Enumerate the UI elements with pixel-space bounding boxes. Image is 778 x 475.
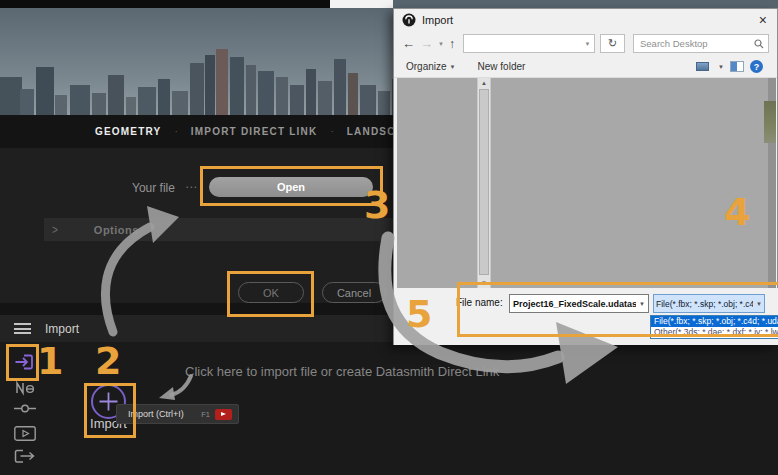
file-type-value: File(*.fbx; *.skp; *.obj; *.c4d; *.u: [656, 299, 753, 309]
dialog-title: Import: [422, 14, 453, 26]
tab-import-direct-link[interactable]: IMPORT DIRECT LINK: [191, 126, 318, 137]
organize-caret-icon: ▼: [450, 64, 456, 70]
options-expander[interactable]: > Options: [44, 218, 394, 241]
hamburger-menu-icon[interactable]: [14, 323, 31, 334]
scroll-up-icon[interactable]: ▲: [478, 80, 490, 86]
dialog-nav-row: ← → ▼ ↑ ▼ ↻: [394, 31, 777, 56]
close-icon[interactable]: ×: [759, 13, 767, 27]
your-file-dots: ⋯: [185, 180, 198, 194]
file-type-option[interactable]: Other(*.3ds; *.dae; *.dxf; *.iv; *.lw; *…: [651, 327, 778, 338]
screenshot-root: GEOMETRY · IMPORT DIRECT LINK · LANDSCAP…: [0, 0, 778, 475]
chevron-right-icon: >: [52, 222, 58, 236]
view-caret-icon[interactable]: ▼: [718, 64, 724, 70]
address-bar[interactable]: ▼: [463, 34, 595, 53]
dock-panel-title: Import: [45, 322, 79, 336]
organize-button[interactable]: Organize: [406, 61, 447, 72]
sidebar-import-icon[interactable]: [12, 349, 38, 375]
search-input[interactable]: [638, 37, 754, 50]
change-view-icon[interactable]: [696, 62, 709, 71]
dialog-toolbar: Organize ▼ New folder ▼ ?: [394, 56, 777, 78]
history-caret-icon[interactable]: ▼: [438, 41, 444, 47]
back-icon[interactable]: ←: [402, 37, 415, 50]
search-box[interactable]: [633, 34, 769, 53]
file-type-option[interactable]: File(*.fbx; *.skp; *.obj; *.c4d; *.udata…: [651, 316, 778, 327]
dialog-titlebar[interactable]: Import ×: [394, 9, 777, 31]
video-help-icon[interactable]: [215, 409, 232, 420]
up-icon[interactable]: ↑: [449, 38, 455, 50]
top-chrome-strip: [0, 0, 330, 8]
file-type-dropdown: File(*.fbx; *.skp; *.obj; *.c4d; *.udata…: [650, 315, 778, 339]
help-icon[interactable]: ?: [750, 60, 763, 73]
twinmotion-logo-icon: [402, 13, 416, 27]
address-caret-icon[interactable]: ▼: [584, 41, 590, 47]
sidebar-path-icon[interactable]: [15, 378, 36, 396]
scrollbar-thumb[interactable]: [479, 89, 489, 275]
combo-caret-icon[interactable]: ▼: [756, 301, 762, 307]
file-type-combobox[interactable]: File(*.fbx; *.skp; *.obj; *.c4d; *.u ▼: [653, 294, 765, 313]
combo-caret-icon[interactable]: ▼: [639, 301, 645, 307]
import-tooltip: Import (Ctrl+I) F1: [116, 404, 239, 424]
sidebar-slider-icon[interactable]: [14, 403, 36, 414]
tooltip-f1-key: F1: [201, 410, 210, 419]
options-label: Options: [94, 224, 139, 236]
cancel-button[interactable]: Cancel: [322, 282, 386, 303]
file-name-value: Project16_FixedScale.udatasmith: [513, 299, 636, 309]
ok-button[interactable]: OK: [238, 282, 304, 303]
top-white-box: [330, 0, 393, 8]
preview-pane-icon[interactable]: [730, 61, 744, 72]
file-name-combobox[interactable]: Project16_FixedScale.udatasmith ▼: [509, 294, 649, 313]
tab-geometry[interactable]: GEOMETRY: [95, 126, 161, 137]
windows-import-dialog: Import × ← → ▼ ↑ ▼ ↻ Organize ▼ New fold…: [393, 8, 778, 345]
file-list-area[interactable]: [397, 78, 776, 288]
refresh-button[interactable]: ↻: [600, 34, 625, 53]
sidebar-media-icon[interactable]: [14, 426, 36, 441]
file-name-label: File name:: [456, 297, 503, 308]
empty-state-hint[interactable]: Click here to import file or create Data…: [185, 364, 499, 379]
sidebar-export-icon[interactable]: [14, 449, 36, 464]
vertical-scrollbar[interactable]: ▲ ▼: [477, 78, 491, 288]
scroll-down-icon[interactable]: ▼: [478, 280, 490, 286]
forward-icon[interactable]: →: [420, 37, 433, 50]
new-folder-button[interactable]: New folder: [478, 61, 526, 72]
tooltip-text: Import (Ctrl+I): [128, 409, 201, 419]
tab-separator-dot: ·: [174, 126, 177, 137]
open-file-button[interactable]: Open: [209, 177, 373, 197]
tab-separator-dot: ·: [330, 126, 333, 137]
your-file-label: Your file: [132, 181, 175, 195]
desktop-wallpaper-sliver: [764, 101, 776, 143]
search-icon: [754, 39, 764, 49]
